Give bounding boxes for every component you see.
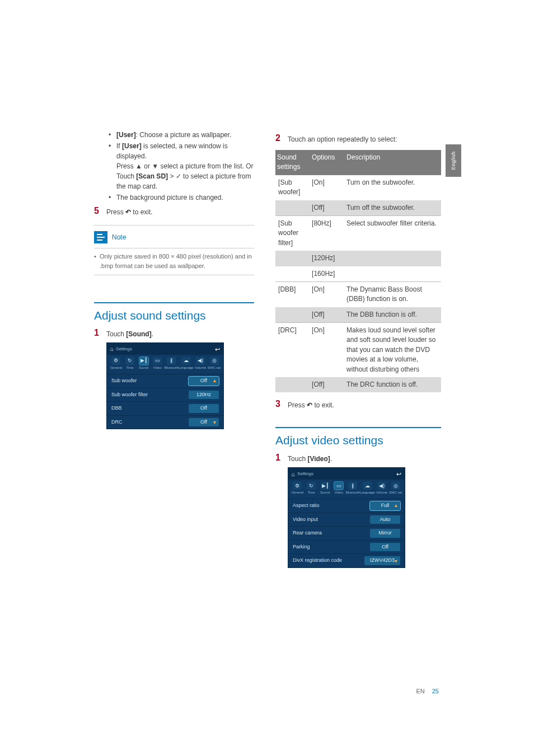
settings-tab[interactable]: ∦Bluetooth bbox=[165, 356, 179, 372]
settings-tab[interactable]: ☁Language bbox=[360, 481, 375, 496]
scroll-up-icon[interactable]: ▴ bbox=[213, 376, 221, 384]
settings-row[interactable]: ParkingOff bbox=[288, 540, 405, 554]
scroll-down-icon[interactable]: ▾ bbox=[213, 418, 221, 426]
settings-tab[interactable]: ◀)Volume bbox=[194, 356, 208, 372]
settings-row[interactable]: Sub wooferOff bbox=[107, 374, 223, 388]
scroll-up-icon[interactable]: ▴ bbox=[395, 501, 402, 509]
heading-adjust-video: Adjust video settings bbox=[275, 431, 441, 449]
scroll-arrows[interactable]: ▴ ▾ bbox=[213, 374, 221, 429]
table-cell: Select subwoofer filter criteria. bbox=[345, 215, 441, 251]
tab-label: Bluetooth bbox=[346, 490, 360, 495]
back-icon: ↶ bbox=[307, 401, 312, 409]
footer-lang: EN bbox=[416, 688, 424, 694]
tab-icon: ▭ bbox=[334, 482, 343, 490]
table-cell bbox=[275, 200, 310, 216]
tab-icon: ◎ bbox=[391, 482, 400, 490]
screenshot-title: Settings bbox=[297, 471, 313, 477]
step-3: 3 Press ↶ to exit. bbox=[275, 399, 441, 410]
settings-tab[interactable]: ◎SWC set bbox=[207, 356, 221, 372]
label-user: [User] bbox=[116, 131, 136, 139]
heading-adjust-sound: Adjust sound settings bbox=[94, 307, 254, 325]
settings-tab[interactable]: ∦Bluetooth bbox=[346, 481, 360, 496]
table-cell: [On] bbox=[310, 281, 345, 307]
tab-icon: ◀) bbox=[377, 482, 386, 490]
settings-tab[interactable]: ↻Time bbox=[123, 356, 137, 372]
note-header: Note bbox=[94, 229, 254, 247]
tab-icon: ▭ bbox=[153, 357, 162, 365]
table-row: [Sub woofer filter][80Hz]Select subwoofe… bbox=[275, 215, 441, 251]
home-icon[interactable]: ⌂ bbox=[292, 470, 295, 478]
settings-tab[interactable]: ◎SWC set bbox=[388, 481, 402, 496]
bullet-user-choose: [User]: Choose a picture as wallpaper. bbox=[116, 130, 254, 140]
screenshot-tabs: ⚙General↻Time▶┃Sound▭Video∦Bluetooth☁Lan… bbox=[288, 480, 405, 499]
table-row: [Off]The DRC function is off. bbox=[275, 377, 441, 392]
settings-tab[interactable]: ↻Time bbox=[305, 481, 318, 496]
settings-row[interactable]: Aspect ratioFull bbox=[288, 499, 405, 513]
sound-options-table: Sound settings Options Description [Sub … bbox=[275, 150, 441, 392]
settings-row[interactable]: DRCOff bbox=[107, 415, 223, 429]
text: > bbox=[168, 172, 176, 180]
settings-tab[interactable]: ◀)Volume bbox=[375, 481, 389, 496]
settings-tab[interactable]: ⚙General bbox=[109, 356, 123, 372]
table-row: [Off]The DBB function is off. bbox=[275, 307, 441, 323]
table-cell: Makes loud sound level softer and soft s… bbox=[345, 323, 441, 377]
tab-label: SWC set bbox=[208, 365, 221, 370]
tab-icon: ∦ bbox=[348, 482, 357, 490]
settings-row[interactable]: Video inputAuto bbox=[288, 513, 405, 527]
settings-row[interactable]: Rear cameraMirror bbox=[288, 526, 405, 540]
divider bbox=[94, 225, 254, 226]
step-number: 1 bbox=[94, 328, 102, 338]
scroll-down-icon[interactable]: ▾ bbox=[395, 557, 402, 565]
step-number: 2 bbox=[275, 133, 283, 143]
back-icon[interactable]: ↩ bbox=[396, 469, 401, 479]
settings-tab[interactable]: ▶┃Sound bbox=[137, 356, 151, 372]
table-cell: The Dynamic Bass Boost (DBB) function is… bbox=[345, 281, 441, 307]
settings-tab[interactable]: ▶┃Sound bbox=[318, 481, 332, 496]
right-column: 2 Touch an option repeatedly to select: … bbox=[275, 130, 441, 568]
note-box: Note Only picture saved in 800 × 480 pix… bbox=[94, 225, 254, 275]
step-number: 5 bbox=[94, 206, 102, 216]
row-label: Rear camera bbox=[293, 529, 322, 537]
label-user: [User] bbox=[122, 142, 142, 150]
settings-tab[interactable]: ☁Language bbox=[179, 356, 194, 372]
settings-row[interactable]: DBBOff bbox=[107, 401, 223, 415]
settings-row[interactable]: Sub woofer filter120Hz bbox=[107, 388, 223, 402]
text: . bbox=[330, 455, 332, 463]
tab-icon: ⚙ bbox=[293, 482, 302, 490]
text: : Choose a picture as wallpaper. bbox=[136, 131, 232, 139]
settings-tab[interactable]: ⚙General bbox=[291, 481, 305, 496]
screenshot-titlebar: ⌂ Settings ↩ bbox=[288, 468, 405, 480]
tab-label: Video bbox=[335, 490, 343, 495]
table-row: [Off]Turn off the subwoofer. bbox=[275, 200, 441, 216]
table-cell: [Off] bbox=[310, 377, 345, 392]
settings-row[interactable]: DivX registration codeIZWV42D3 bbox=[288, 553, 405, 567]
back-icon[interactable]: ↩ bbox=[215, 345, 220, 354]
step-2: 2 Touch an option repeatedly to select: bbox=[275, 133, 441, 144]
table-cell: [80Hz] bbox=[310, 215, 345, 251]
table-cell: [160Hz] bbox=[310, 266, 345, 282]
text: to exit. bbox=[312, 401, 334, 409]
settings-tab[interactable]: ▭Video bbox=[332, 481, 346, 496]
screenshot-tabs: ⚙General↻Time▶┃Sound▭Video∦Bluetooth☁Lan… bbox=[107, 355, 223, 374]
tab-label: Video bbox=[153, 365, 162, 370]
home-icon[interactable]: ⌂ bbox=[110, 345, 114, 353]
step-text: Touch [Sound]. bbox=[106, 328, 254, 339]
divider bbox=[94, 275, 254, 275]
screenshot-video-settings: ⌂ Settings ↩ ⚙General↻Time▶┃Sound▭Video∦… bbox=[288, 467, 405, 568]
label-sound: [Sound] bbox=[126, 330, 151, 338]
table-cell bbox=[275, 266, 310, 282]
footer-page-number: 25 bbox=[432, 688, 439, 694]
tab-label: Bluetooth bbox=[165, 365, 179, 370]
settings-tab[interactable]: ▭Video bbox=[151, 356, 165, 372]
tab-icon: ☁ bbox=[181, 357, 190, 365]
text: Touch bbox=[116, 172, 136, 180]
note-label: Note bbox=[112, 232, 126, 242]
table-row: [DBB][On]The Dynamic Bass Boost (DBB) fu… bbox=[275, 281, 441, 307]
language-tab: English bbox=[446, 144, 461, 177]
col-sound-settings: Sound settings bbox=[275, 150, 310, 175]
bullet-user-selected: If [User] is selected, a new window is d… bbox=[116, 141, 254, 191]
table-cell: [Off] bbox=[310, 307, 345, 323]
wallpaper-bullets: [User]: Choose a picture as wallpaper. I… bbox=[94, 130, 254, 203]
scroll-arrows[interactable]: ▴ ▾ bbox=[395, 499, 402, 567]
left-column: [User]: Choose a picture as wallpaper. I… bbox=[94, 130, 254, 568]
